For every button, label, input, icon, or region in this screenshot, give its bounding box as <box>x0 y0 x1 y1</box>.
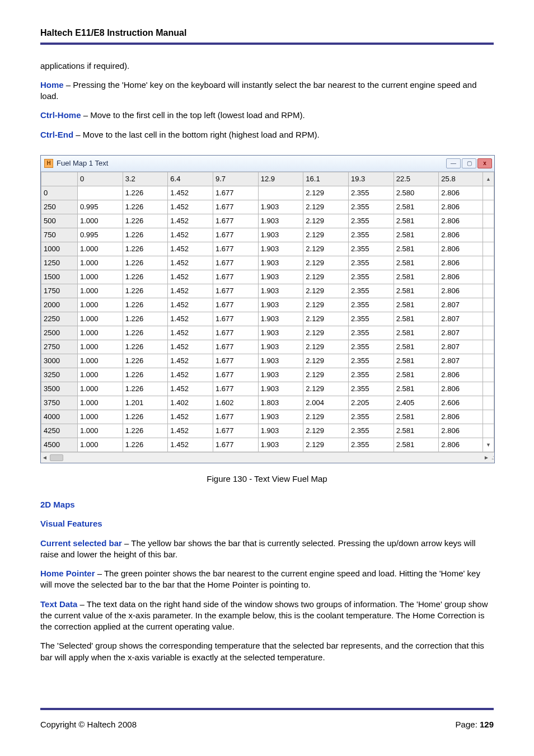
table-cell[interactable]: 1.452 <box>168 438 213 452</box>
table-cell[interactable]: 2.129 <box>303 214 349 228</box>
table-cell[interactable]: 1.000 <box>77 438 123 452</box>
table-cell[interactable]: 2.129 <box>303 242 349 256</box>
table-cell[interactable]: 1.677 <box>213 228 259 242</box>
table-cell[interactable]: 1.226 <box>123 312 168 326</box>
table-cell[interactable]: 2.355 <box>349 368 394 382</box>
table-cell[interactable]: 1.226 <box>123 298 168 312</box>
table-cell[interactable]: 1.226 <box>123 410 168 424</box>
table-cell[interactable]: 1.903 <box>258 256 303 270</box>
table-cell[interactable]: 1.000 <box>77 326 123 340</box>
scroll-up-icon[interactable]: ▲ <box>483 172 494 186</box>
table-cell[interactable]: 1.903 <box>258 186 303 200</box>
row-header[interactable]: 3000 <box>41 354 78 368</box>
table-cell[interactable]: 1.226 <box>123 340 168 354</box>
table-cell[interactable]: 2.129 <box>303 382 349 396</box>
table-cell[interactable]: 1.903 <box>258 214 303 228</box>
vscroll-track[interactable] <box>483 298 494 312</box>
table-cell[interactable]: 2.806 <box>439 410 483 424</box>
table-cell[interactable]: 1.903 <box>258 354 303 368</box>
table-cell[interactable]: 2.806 <box>439 200 483 214</box>
table-cell[interactable]: 1.452 <box>168 368 213 382</box>
table-cell[interactable]: 1.000 <box>77 270 123 284</box>
table-cell[interactable]: 2.807 <box>439 354 483 368</box>
table-cell[interactable]: 2.580 <box>394 186 439 200</box>
row-header[interactable]: 1250 <box>41 256 78 270</box>
vscroll-track[interactable] <box>483 326 494 340</box>
vscroll-track[interactable] <box>483 396 494 410</box>
table-cell[interactable]: 1.226 <box>123 256 168 270</box>
table-cell[interactable]: 1.226 <box>123 438 168 452</box>
vscroll-track[interactable] <box>483 228 494 242</box>
table-cell[interactable]: 1.677 <box>213 200 259 214</box>
row-header[interactable]: 1750 <box>41 284 78 298</box>
table-cell[interactable]: 2.807 <box>439 312 483 326</box>
close-button[interactable]: x <box>477 158 492 168</box>
table-cell[interactable]: 2.581 <box>394 228 439 242</box>
table-cell[interactable]: 2.355 <box>349 242 394 256</box>
table-cell[interactable]: 2.806 <box>439 256 483 270</box>
table-cell[interactable]: 2.129 <box>303 200 349 214</box>
table-cell[interactable]: 2.405 <box>394 396 439 410</box>
table-cell[interactable]: 2.129 <box>303 284 349 298</box>
table-cell[interactable]: 1.677 <box>213 424 259 438</box>
table-cell[interactable]: 1.452 <box>168 410 213 424</box>
vscroll-track[interactable] <box>483 214 494 228</box>
table-cell[interactable]: 1.000 <box>77 396 123 410</box>
table-cell[interactable]: 1.226 <box>123 242 168 256</box>
table-cell[interactable]: 1.000 <box>77 312 123 326</box>
table-cell[interactable]: 1.452 <box>168 312 213 326</box>
table-cell[interactable]: 2.355 <box>349 228 394 242</box>
table-cell[interactable]: 1.226 <box>123 214 168 228</box>
table-cell[interactable]: 1.452 <box>168 242 213 256</box>
vscroll-track[interactable] <box>483 424 494 438</box>
table-cell[interactable]: 2.581 <box>394 382 439 396</box>
table-cell[interactable]: 2.581 <box>394 242 439 256</box>
table-cell[interactable]: 1.452 <box>168 424 213 438</box>
row-header[interactable]: 2250 <box>41 312 78 326</box>
vscroll-track[interactable] <box>483 312 494 326</box>
table-cell[interactable]: 1.903 <box>258 312 303 326</box>
table-cell[interactable]: 1.452 <box>168 270 213 284</box>
table-cell[interactable]: 1.452 <box>168 256 213 270</box>
table-cell[interactable]: 2.581 <box>394 214 439 228</box>
table-cell[interactable]: 0.995 <box>77 228 123 242</box>
table-cell[interactable]: 1.226 <box>123 200 168 214</box>
table-cell[interactable]: 1.677 <box>213 312 259 326</box>
row-header[interactable]: 3250 <box>41 368 78 382</box>
table-cell[interactable]: 2.807 <box>439 340 483 354</box>
table-cell[interactable]: 1.226 <box>123 228 168 242</box>
table-cell[interactable]: 1.677 <box>213 214 259 228</box>
table-cell[interactable]: 2.581 <box>394 354 439 368</box>
table-cell[interactable]: 2.129 <box>303 438 349 452</box>
table-cell[interactable]: 2.355 <box>349 256 394 270</box>
table-cell[interactable]: 1.000 <box>77 284 123 298</box>
vscroll-track[interactable] <box>483 284 494 298</box>
table-cell[interactable]: 2.355 <box>349 270 394 284</box>
table-cell[interactable]: 1.677 <box>213 340 259 354</box>
row-header[interactable]: 250 <box>41 200 78 214</box>
table-cell[interactable]: 2.581 <box>394 368 439 382</box>
table-cell[interactable]: 1.000 <box>77 368 123 382</box>
scroll-down-icon[interactable]: ▼ <box>483 438 494 452</box>
table-cell[interactable]: 1.452 <box>168 326 213 340</box>
col-header[interactable]: 19.3 <box>349 172 394 186</box>
table-cell[interactable]: 1.803 <box>258 396 303 410</box>
table-cell[interactable]: 2.129 <box>303 424 349 438</box>
row-header[interactable]: 3500 <box>41 382 78 396</box>
table-cell[interactable]: 1.226 <box>123 326 168 340</box>
titlebar[interactable]: H Fuel Map 1 Text — ▢ x <box>41 156 494 172</box>
row-header[interactable]: 4500 <box>41 438 78 452</box>
table-cell[interactable]: 1.903 <box>258 368 303 382</box>
table-cell[interactable]: 1.677 <box>213 256 259 270</box>
table-cell[interactable]: 1.903 <box>258 242 303 256</box>
table-cell[interactable]: 1.226 <box>123 382 168 396</box>
table-cell[interactable]: 2.355 <box>349 284 394 298</box>
table-cell[interactable]: 1.903 <box>258 228 303 242</box>
col-header[interactable]: 12.9 <box>258 172 303 186</box>
table-cell[interactable]: 1.000 <box>77 256 123 270</box>
table-cell[interactable]: 1.903 <box>258 382 303 396</box>
table-cell[interactable]: 1.903 <box>258 298 303 312</box>
table-cell[interactable]: 1.452 <box>168 354 213 368</box>
table-cell[interactable]: 2.129 <box>303 270 349 284</box>
vscroll-track[interactable] <box>483 256 494 270</box>
